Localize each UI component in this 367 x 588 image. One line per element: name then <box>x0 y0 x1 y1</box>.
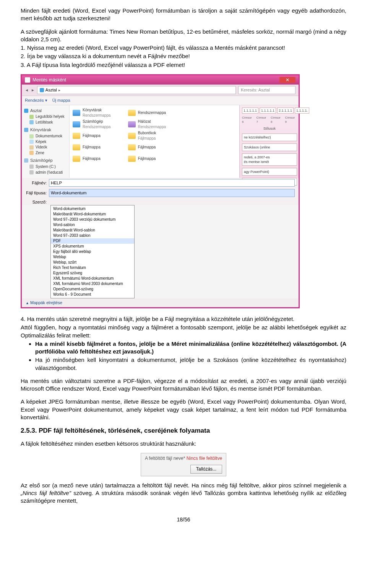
partial-text: agy PowerPoint) <box>242 168 297 176</box>
step-2: 2. Írja be vagy válassza ki a dokumentum… <box>21 52 346 60</box>
paragraph-last: Az első sor (a mező neve után) tartalmaz… <box>21 482 346 505</box>
sidebar-item-downloads[interactable]: Letöltések <box>36 120 53 125</box>
dropdown-option[interactable]: XML formátumú Word-dokumentum <box>51 276 134 281</box>
paragraph-intro-1: Minden fájlt eredeti (Word, Excel vagy P… <box>21 7 346 23</box>
file-item[interactable]: Fájlmappa <box>73 153 126 164</box>
vids-icon <box>29 145 34 150</box>
file-item[interactable]: Fájlmappa <box>128 142 181 153</box>
lib-icon <box>73 110 80 116</box>
sidebar-item-videos[interactable]: Videók <box>36 145 47 150</box>
list-item: Ha a minél kisebb fájlméret a fontos, je… <box>35 340 346 356</box>
dropdown-option[interactable]: Works 6 - 9 Document <box>51 292 134 297</box>
nav-fwd-icon[interactable]: ► <box>31 88 35 93</box>
paragraph-modify: Ha mentés után változtatni szeretne a PD… <box>21 377 346 393</box>
file-item[interactable]: Fájlmappa <box>73 130 126 141</box>
file-grid: KönyvtárakRendszermappa Rendszermappa Sz… <box>70 105 239 178</box>
section-heading: 2.5.3. PDF fájl feltöltésének, törléséne… <box>21 427 346 435</box>
dialog-path-bar: ◄ ► Asztal ▸ Keresés: Asztal <box>22 85 299 96</box>
sidebar-item-recent[interactable]: Legutóbbi helyek <box>36 114 65 119</box>
desktop-icon <box>40 88 44 92</box>
file-item[interactable]: BuborékokFájlmappa <box>128 130 181 141</box>
dialog-toolbar: Rendezés ▾ Új mappa <box>22 96 299 105</box>
style-label: Címsor 8 <box>271 116 283 124</box>
network-icon <box>128 121 136 127</box>
filetype-label: Fájl típusa: <box>26 190 47 196</box>
new-folder-button[interactable]: Új mappa <box>52 98 70 103</box>
folder-icon <box>73 156 80 162</box>
sidebar-item-music[interactable]: Zene <box>36 150 44 156</box>
hide-folders-link[interactable]: ▲ Mappák elrejtése <box>22 298 299 307</box>
lib-icon <box>24 128 28 132</box>
dropdown-option[interactable]: Word 97–2003 sablon <box>51 233 134 238</box>
step-4b: Attól függően, hogy a nyomtatási minőség… <box>21 324 346 339</box>
styles-label: Stílusok <box>242 126 297 131</box>
desktop-icon <box>24 109 28 113</box>
filetype-dropdown[interactable]: Word-dokumentum Makróbarát Word-dokument… <box>50 205 135 298</box>
dropdown-option[interactable]: Makróbarát Word-dokumentum <box>51 212 134 217</box>
partial-text: redeti, a 2007-esés mentse ismét <box>242 153 297 166</box>
dropdown-option[interactable]: Egy fájlból álló weblap <box>51 249 134 254</box>
dialog-sidebar: Asztal Legutóbbi helyek Letöltések Könyv… <box>22 105 70 178</box>
style-num: 1.1.1.1.1 <box>242 108 258 114</box>
nav-back-icon[interactable]: ◄ <box>25 88 29 93</box>
dropdown-option[interactable]: Weblap, szűrt <box>51 260 134 265</box>
close-icon[interactable]: ✕ <box>279 77 296 83</box>
computer-icon <box>24 158 28 163</box>
dropdown-option[interactable]: Word-dokumentum <box>51 206 134 212</box>
file-item[interactable]: Fájlmappa <box>128 153 181 164</box>
paragraph-intro-2: A szövegfájlok ajánlott formátuma: Times… <box>21 28 346 44</box>
style-label: Címsor 9 <box>285 116 297 124</box>
netdrive-icon <box>29 170 34 174</box>
dropdown-option[interactable]: Word 97–2003 verziójú dokumentum <box>51 217 134 222</box>
page-number: 18/56 <box>21 516 346 523</box>
dropdown-option[interactable]: XML formátumú Word 2003 dokumentum <box>51 281 134 287</box>
browse-button[interactable]: Tallózás... <box>190 465 222 473</box>
filetype-select[interactable]: Word-dokumentum <box>49 189 295 197</box>
file-item[interactable]: Rendszermappa <box>128 108 181 118</box>
style-num: 1.1.1.1. <box>295 108 309 114</box>
save-as-dialog-screenshot: Mentés másként ✕ ◄ ► Asztal ▸ Keresés: A… <box>21 74 346 308</box>
recent-icon <box>29 115 34 119</box>
style-num: 1.1.1.1.1 <box>260 108 276 114</box>
filename-label: Fájlnév: <box>26 180 47 186</box>
paragraph-upload-intro: A fájlok feltöltéséhez minden esetben ké… <box>21 440 346 448</box>
filename-input[interactable]: HELP <box>49 179 295 187</box>
paragraph-images: A képeket JPEG formátumban mentse, illet… <box>21 398 346 421</box>
breadcrumb-text: Asztal <box>45 87 57 93</box>
sidebar-item-pictures[interactable]: Képek <box>36 139 46 145</box>
dropdown-option[interactable]: Makróbarát Word-sablon <box>51 228 134 233</box>
sidebar-item-documents[interactable]: Dokumentumok <box>36 134 62 139</box>
file-item[interactable]: SzámítógépRendszermappa <box>73 119 126 130</box>
file-item[interactable]: KönyvtárakRendszermappa <box>73 108 126 118</box>
breadcrumb[interactable]: Asztal ▸ <box>37 86 236 94</box>
file-item[interactable]: HálózatRendszermappa <box>128 119 181 130</box>
sidebar-item-libraries[interactable]: Könyvtárak <box>30 127 51 133</box>
dropdown-option[interactable]: Rich Text formátum <box>51 265 134 270</box>
file-item[interactable]: Fájlmappa <box>73 142 126 153</box>
word-icon <box>25 77 30 83</box>
drive-icon <box>29 165 34 169</box>
search-input[interactable]: Keresés: Asztal <box>238 86 296 94</box>
dropdown-option[interactable]: Weblap <box>51 254 134 260</box>
folder-icon <box>128 144 136 150</box>
style-num: 2.1.1.1.1 <box>277 108 294 114</box>
sidebar-item-system-c[interactable]: System (C:) <box>36 164 56 169</box>
author-label: Szerző: <box>26 199 47 205</box>
style-label: Címsor 7 <box>257 116 269 124</box>
sidebar-item-admin[interactable]: admin (\\educati <box>36 170 63 175</box>
sidebar-item-desktop[interactable]: Asztal <box>30 108 42 114</box>
dropdown-option[interactable]: Word-sablon <box>51 222 134 228</box>
pics-icon <box>29 140 34 144</box>
organize-button[interactable]: Rendezés ▾ <box>25 98 47 103</box>
computer-icon <box>73 121 80 127</box>
dropdown-option-pdf[interactable]: PDF <box>51 238 134 244</box>
step-1: 1. Nyissa meg az eredeti (Word, Excel va… <box>21 44 346 52</box>
sidebar-item-computer[interactable]: Számítógép <box>30 158 53 163</box>
upload-status: Nincs file feltöltve <box>187 456 222 461</box>
dropdown-option[interactable]: OpenDocument-szöveg <box>51 287 134 292</box>
dropdown-option[interactable]: XPS dokumentum <box>51 244 134 249</box>
folder-icon <box>128 110 136 116</box>
style-label: Címsor 6 <box>242 116 254 124</box>
dialog-title-text: Mentés másként <box>32 77 66 83</box>
dropdown-option[interactable]: Egyszerű szöveg <box>51 270 134 276</box>
